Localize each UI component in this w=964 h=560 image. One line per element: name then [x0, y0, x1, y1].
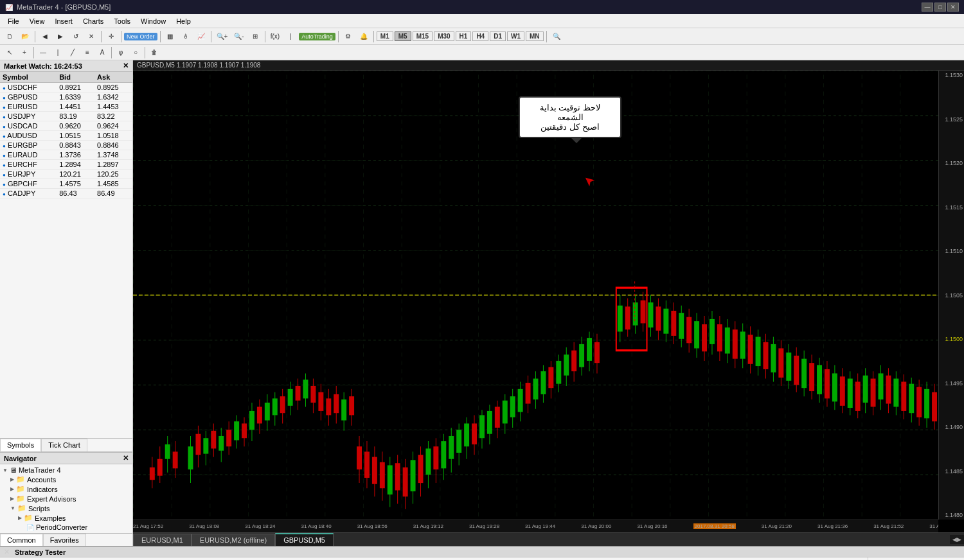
- zoom-out-btn[interactable]: 🔍-: [231, 30, 246, 44]
- toolbar-sep-5: [211, 31, 211, 42]
- open-button[interactable]: 📂: [18, 30, 32, 44]
- folder-icon-ea: 📁: [16, 494, 25, 503]
- stop-button[interactable]: ✕: [84, 30, 98, 44]
- back-button[interactable]: ◀: [38, 30, 52, 44]
- symbol-cell: ● AUDUSD: [0, 131, 57, 141]
- scroll-arrows[interactable]: ◀▶: [950, 535, 964, 544]
- market-watch-row[interactable]: ● USDCAD0.96200.9624: [0, 121, 132, 131]
- fib-tool[interactable]: φ: [114, 46, 128, 60]
- menu-file[interactable]: File: [3, 16, 24, 26]
- svg-rect-55: [318, 392, 323, 411]
- market-watch-row[interactable]: ● EURAUD1.37361.3748: [0, 150, 132, 160]
- period-sep-btn[interactable]: |: [283, 30, 298, 44]
- nav-scripts[interactable]: ▼ 📁 Scripts: [0, 503, 132, 513]
- refresh-button[interactable]: ↺: [69, 30, 83, 44]
- menu-view[interactable]: View: [24, 16, 50, 26]
- market-watch-row[interactable]: ● EURJPY120.21120.25: [0, 170, 132, 179]
- market-watch-row[interactable]: ● EURGBP0.88430.8846: [0, 141, 132, 150]
- nav-examples[interactable]: ▶ 📁 Examples: [0, 513, 132, 523]
- time-10: 31 Aug 20:16: [637, 523, 667, 529]
- nav-metatrader4[interactable]: ▼ 🖥 MetaTrader 4: [0, 466, 132, 475]
- market-watch-row[interactable]: ● USDCHF0.89210.8925: [0, 83, 132, 92]
- time-axis: 21 Aug 17:52 31 Aug 18:08 31 Aug 18:24 3…: [133, 520, 938, 532]
- period-m5[interactable]: M5: [395, 31, 411, 41]
- chart-tab-eurusd-m2[interactable]: EURUSD,M2 (offline): [192, 534, 275, 546]
- zoom-in-btn[interactable]: 🔍+: [214, 30, 231, 44]
- search-btn[interactable]: 🔍: [549, 30, 564, 44]
- market-watch-row[interactable]: ● GBPCHF1.45751.4585: [0, 179, 132, 189]
- chart-tab-eurusd-m1[interactable]: EURUSD,M1: [133, 534, 192, 546]
- period-w1[interactable]: W1: [507, 31, 524, 41]
- chart-tab-gbpusd-m5[interactable]: GBPUSD,M5: [275, 533, 334, 546]
- minimize-button[interactable]: —: [922, 3, 933, 12]
- indicators-btn[interactable]: f(x): [268, 30, 282, 44]
- market-watch-row[interactable]: ● CADJPY86.4386.49: [0, 189, 132, 198]
- svg-rect-196: [871, 379, 876, 407]
- nav-expert-advisors[interactable]: ▶ 📁 Expert Advisors: [0, 494, 132, 503]
- close-navigator[interactable]: ✕: [123, 454, 129, 462]
- nav-accounts-label: Accounts: [27, 476, 56, 484]
- trendline-tool[interactable]: ╱: [66, 46, 80, 60]
- channel-tool[interactable]: ≡: [80, 46, 94, 60]
- forward-button[interactable]: ▶: [53, 30, 67, 44]
- bar-chart-btn[interactable]: ▦: [163, 30, 177, 44]
- menu-charts[interactable]: Charts: [78, 16, 109, 26]
- expand-arrow-scripts: ▼: [10, 505, 15, 511]
- chart-canvas[interactable]: 1.1530 1.1525 1.1520 1.1515 1.1510 1.150…: [133, 71, 964, 532]
- expert-btn[interactable]: ⚙: [341, 30, 355, 44]
- close-market-watch[interactable]: ✕: [123, 62, 129, 70]
- period-mn[interactable]: MN: [526, 31, 544, 41]
- period-d1[interactable]: D1: [490, 31, 506, 41]
- close-button[interactable]: ✕: [947, 3, 959, 12]
- period-m15[interactable]: M15: [413, 31, 433, 41]
- nav-tab-common[interactable]: Common: [0, 534, 43, 546]
- tab-tick-chart[interactable]: Tick Chart: [41, 439, 87, 451]
- expand-arrow-indicators: ▶: [10, 486, 14, 492]
- auto-trading-button[interactable]: AutoTrading: [299, 33, 335, 40]
- svg-rect-184: [825, 369, 830, 399]
- market-watch-row[interactable]: ● USDJPY83.1983.22: [0, 112, 132, 121]
- arrow-tool[interactable]: ↖: [3, 46, 17, 60]
- svg-rect-121: [571, 351, 576, 372]
- period-h1[interactable]: H1: [456, 31, 472, 41]
- line-chart-btn[interactable]: 📈: [194, 30, 208, 44]
- vline-tool[interactable]: |: [51, 46, 65, 60]
- period-m1[interactable]: M1: [377, 31, 393, 41]
- market-watch-row[interactable]: ● GBPUSD1.63391.6342: [0, 92, 132, 102]
- new-order-button[interactable]: New Order: [124, 33, 157, 40]
- period-m30[interactable]: M30: [434, 31, 454, 41]
- svg-rect-146: [679, 313, 684, 339]
- market-watch-row[interactable]: ● EURCHF1.28941.2897: [0, 160, 132, 170]
- crosshair-tool[interactable]: +: [17, 46, 31, 60]
- time-14: 31 Aug 22:08: [929, 523, 938, 529]
- menu-insert[interactable]: Insert: [49, 16, 78, 26]
- menu-tools[interactable]: Tools: [109, 16, 136, 26]
- market-watch-scroll[interactable]: Symbol Bid Ask ● USDCHF0.89210.8925● GBP…: [0, 72, 132, 207]
- new-button[interactable]: 🗋: [3, 30, 17, 44]
- svg-rect-79: [411, 460, 416, 491]
- price-1515: 1.1515: [940, 204, 963, 211]
- nav-period-converter[interactable]: 📄 PeriodConverter: [0, 523, 132, 532]
- grid-btn[interactable]: ⊞: [248, 30, 262, 44]
- price-1525: 1.1525: [940, 116, 963, 123]
- maximize-button[interactable]: □: [934, 3, 946, 12]
- nav-indicators[interactable]: ▶ 📁 Indicators: [0, 484, 132, 494]
- menu-help[interactable]: Help: [171, 16, 196, 26]
- period-h4[interactable]: H4: [472, 31, 488, 41]
- text-tool[interactable]: A: [95, 46, 109, 60]
- candle-chart-btn[interactable]: 🕯: [179, 30, 193, 44]
- ellipse-tool[interactable]: ○: [129, 46, 143, 60]
- menu-window[interactable]: Window: [136, 16, 171, 26]
- price-1485: 1.1485: [940, 468, 963, 475]
- market-watch-row[interactable]: ● EURUSD1.44511.4453: [0, 102, 132, 112]
- hline-tool[interactable]: —: [36, 46, 50, 60]
- nav-accounts[interactable]: ▶ 📁 Accounts: [0, 475, 132, 484]
- nav-tab-favorites[interactable]: Favorites: [43, 534, 86, 546]
- crosshair-button[interactable]: ✛: [104, 30, 118, 44]
- market-watch-table: Symbol Bid Ask ● USDCHF0.89210.8925● GBP…: [0, 72, 132, 198]
- svg-rect-91: [456, 430, 461, 453]
- market-watch-row[interactable]: ● AUDUSD1.05151.0518: [0, 131, 132, 141]
- delete-tool[interactable]: 🗑: [147, 46, 161, 60]
- alert-btn[interactable]: 🔔: [357, 30, 371, 44]
- tab-symbols[interactable]: Symbols: [0, 439, 41, 451]
